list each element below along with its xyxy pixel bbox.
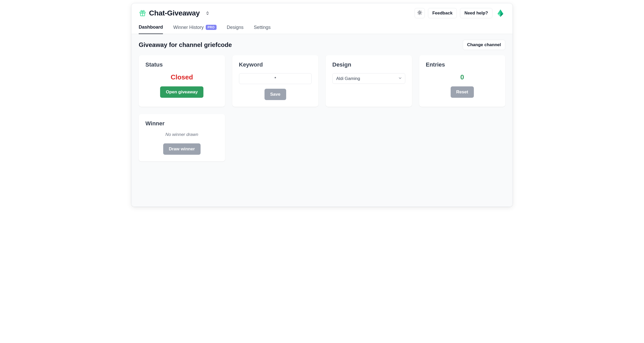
card-title: Winner bbox=[145, 120, 164, 127]
save-button[interactable]: Save bbox=[265, 89, 286, 100]
reset-button[interactable]: Reset bbox=[451, 86, 474, 98]
svg-line-6 bbox=[418, 11, 418, 11]
svg-marker-14 bbox=[500, 14, 503, 17]
page-head: Giveaway for channel griefcode Change ch… bbox=[139, 40, 505, 50]
winner-card: Winner No winner drawn Draw winner bbox=[139, 114, 225, 161]
card-title: Design bbox=[332, 61, 351, 68]
tab-label: Dashboard bbox=[139, 25, 163, 30]
avatar[interactable] bbox=[496, 8, 505, 18]
app-window: Chat-Giveaway bbox=[131, 3, 513, 207]
tab-label: Winner History bbox=[173, 25, 204, 30]
svg-line-7 bbox=[421, 14, 421, 14]
content: Giveaway for channel griefcode Change ch… bbox=[131, 34, 513, 207]
app-title: Chat-Giveaway bbox=[149, 9, 200, 17]
tab-dashboard[interactable]: Dashboard bbox=[139, 25, 163, 34]
tab-label: Settings bbox=[254, 25, 271, 30]
cards-row-1: Status Closed Open giveaway Keyword Save… bbox=[139, 55, 505, 107]
status-value: Closed bbox=[171, 73, 193, 81]
svg-marker-13 bbox=[500, 10, 503, 14]
draw-winner-button[interactable]: Draw winner bbox=[163, 143, 201, 155]
keyword-card: Keyword Save bbox=[232, 55, 319, 107]
pro-badge: PRO bbox=[206, 25, 217, 30]
card-title: Status bbox=[145, 61, 163, 68]
design-card: Design Aldi Gaming bbox=[326, 55, 412, 107]
theme-toggle-button[interactable] bbox=[415, 8, 425, 18]
design-select[interactable]: Aldi Gaming bbox=[332, 73, 405, 84]
header-actions: Feedback Need help? bbox=[415, 8, 505, 18]
open-giveaway-button[interactable]: Open giveaway bbox=[160, 86, 203, 98]
svg-point-3 bbox=[419, 12, 421, 13]
card-title: Entries bbox=[426, 61, 445, 68]
tab-label: Designs bbox=[227, 25, 244, 30]
card-title: Keyword bbox=[239, 61, 263, 68]
header: Chat-Giveaway bbox=[131, 3, 513, 19]
page-title: Giveaway for channel griefcode bbox=[139, 41, 232, 48]
gift-icon bbox=[139, 9, 146, 17]
sun-icon bbox=[417, 10, 422, 17]
svg-marker-15 bbox=[498, 14, 500, 17]
svg-line-10 bbox=[418, 14, 418, 14]
tabs: Dashboard Winner History PRO Designs Set… bbox=[131, 19, 513, 34]
tab-settings[interactable]: Settings bbox=[254, 25, 271, 34]
design-select-wrap: Aldi Gaming bbox=[332, 73, 405, 84]
chevron-up-down-icon[interactable] bbox=[205, 11, 210, 16]
cards-row-2: Winner No winner drawn Draw winner bbox=[139, 114, 505, 161]
winner-empty-text: No winner drawn bbox=[165, 132, 198, 137]
svg-line-11 bbox=[421, 11, 421, 11]
change-channel-button[interactable]: Change channel bbox=[463, 40, 505, 50]
entries-count: 0 bbox=[460, 73, 464, 81]
tab-designs[interactable]: Designs bbox=[227, 25, 244, 34]
keyword-input[interactable] bbox=[239, 73, 312, 84]
entries-card: Entries 0 Reset bbox=[419, 55, 506, 107]
feedback-button[interactable]: Feedback bbox=[428, 8, 457, 18]
tab-winner-history[interactable]: Winner History PRO bbox=[173, 25, 217, 34]
brand[interactable]: Chat-Giveaway bbox=[139, 9, 210, 17]
status-card: Status Closed Open giveaway bbox=[139, 55, 225, 107]
help-button[interactable]: Need help? bbox=[460, 8, 492, 18]
